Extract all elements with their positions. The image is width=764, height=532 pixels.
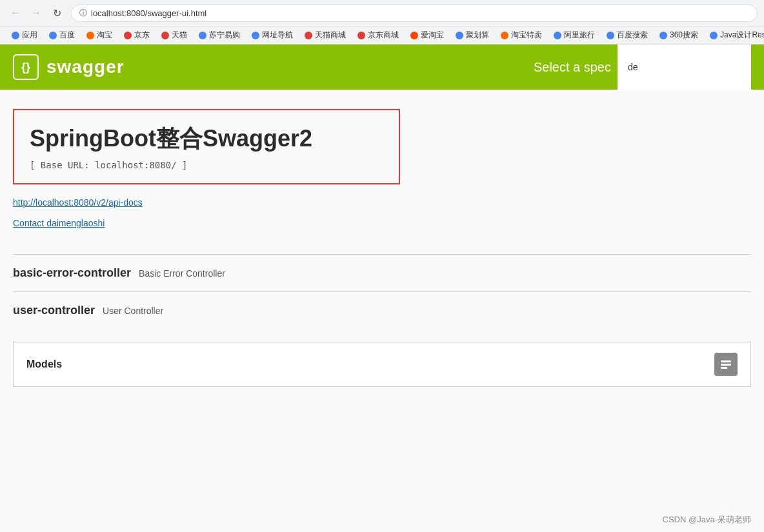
models-header: Models: [14, 342, 750, 386]
bookmark-icon: [12, 32, 19, 39]
controller-desc: User Controller: [103, 306, 163, 316]
api-info-box: SpringBoot整合Swagger2 [ Base URL: localho…: [13, 109, 400, 184]
api-base-url: [ Base URL: localhost:8080/ ]: [30, 160, 383, 170]
bookmark-label: 苏宁易购: [209, 30, 240, 41]
controller-header: basic-error-controller Basic Error Contr…: [13, 266, 751, 280]
lock-icon: ⓘ: [79, 8, 87, 19]
bookmark-jd[interactable]: 京东: [119, 28, 155, 42]
swagger-logo-text: swagger: [46, 57, 125, 77]
bookmark-label: 应用: [22, 30, 37, 41]
api-docs-link[interactable]: http://localhost:8080/v2/api-docs: [13, 197, 751, 208]
models-section: Models: [13, 342, 751, 387]
controller-section-basic: basic-error-controller Basic Error Contr…: [13, 254, 751, 291]
forward-button[interactable]: →: [27, 4, 45, 22]
main-content: SpringBoot整合Swagger2 [ Base URL: localho…: [0, 90, 764, 406]
bookmark-icon: [49, 32, 57, 39]
bookmark-aitaobao[interactable]: 爱淘宝: [405, 28, 449, 42]
swagger-header-right: Select a spec: [534, 44, 751, 90]
bookmark-icon: [161, 32, 169, 39]
swagger-logo-icon: {}: [13, 54, 39, 80]
bookmark-label: 360搜索: [670, 30, 698, 41]
nav-buttons: ← → ↻: [6, 4, 66, 22]
bookmark-apps[interactable]: 应用: [6, 28, 43, 42]
bookmark-label: 天猫商城: [315, 30, 346, 41]
contact-link[interactable]: Contact daimenglaoshi: [13, 218, 751, 228]
bookmark-icon: [86, 32, 94, 39]
controller-header: user-controller User Controller: [13, 304, 751, 317]
bookmark-juhua[interactable]: 聚划算: [450, 28, 494, 42]
bookmark-label: 淘宝: [97, 30, 112, 41]
bookmark-label: 淘宝特卖: [511, 30, 542, 41]
bookmark-label: 聚划算: [466, 30, 489, 41]
bookmark-icon: [305, 32, 312, 39]
bookmark-label: Java设计Restfu: [720, 30, 764, 41]
bookmark-icon: [710, 32, 718, 39]
bookmark-icon: [199, 32, 206, 39]
svg-rect-1: [721, 364, 731, 366]
controller-name: basic-error-controller: [13, 266, 131, 280]
controller-name: user-controller: [13, 304, 95, 317]
controller-desc: Basic Error Controller: [139, 268, 225, 279]
bookmark-icon: [607, 32, 614, 39]
url-text: localhost:8080/swagger-ui.html: [91, 8, 206, 18]
models-title: Models: [26, 359, 62, 370]
bookmark-tianmao-mall[interactable]: 天猫商城: [299, 28, 351, 42]
bookmark-temai[interactable]: 淘宝特卖: [496, 28, 547, 42]
bookmark-icon: [252, 32, 259, 39]
back-button[interactable]: ←: [6, 4, 25, 22]
logo-symbol: {}: [21, 61, 30, 74]
svg-rect-2: [721, 367, 727, 369]
bookmark-label: 爱淘宝: [421, 30, 444, 41]
select-spec-input[interactable]: [618, 44, 751, 90]
browser-toolbar: ← → ↻ ⓘ localhost:8080/swagger-ui.html: [0, 0, 764, 26]
bookmark-icon: [456, 32, 463, 39]
select-spec-label: Select a spec: [534, 60, 618, 75]
bookmark-baidu-search[interactable]: 百度搜索: [601, 28, 653, 42]
bookmark-taobao[interactable]: 淘宝: [81, 28, 117, 42]
bookmarks-bar: 应用 百度 淘宝 京东 天猫 苏宁易购 网址导航 天猫商城: [0, 26, 764, 44]
svg-rect-0: [721, 360, 731, 362]
bookmark-360[interactable]: 360搜索: [654, 28, 703, 42]
swagger-header: {} swagger Select a spec: [0, 44, 764, 90]
browser-chrome: ← → ↻ ⓘ localhost:8080/swagger-ui.html 应…: [0, 0, 764, 44]
bookmark-jd-mall[interactable]: 京东商城: [352, 28, 404, 42]
bookmark-icon: [410, 32, 418, 39]
controller-section-user: user-controller User Controller: [13, 291, 751, 329]
bookmark-label: 京东商城: [368, 30, 399, 41]
bookmark-icon: [124, 32, 132, 39]
address-bar[interactable]: ⓘ localhost:8080/swagger-ui.html: [71, 5, 758, 22]
refresh-button[interactable]: ↻: [48, 4, 66, 22]
page-footer: CSDN @Java-呆萌老师: [663, 514, 751, 526]
bookmark-ali-travel[interactable]: 阿里旅行: [548, 28, 600, 42]
bookmark-label: 网址导航: [262, 30, 293, 41]
api-title: SpringBoot整合Swagger2: [30, 123, 383, 155]
footer-text: CSDN @Java-呆萌老师: [663, 515, 751, 524]
bookmark-label: 百度: [59, 30, 75, 41]
bookmark-nav[interactable]: 网址导航: [246, 28, 298, 42]
bookmark-tianmao[interactable]: 天猫: [156, 28, 192, 42]
bookmark-label: 阿里旅行: [564, 30, 595, 41]
bookmark-icon: [554, 32, 561, 39]
bookmark-label: 百度搜索: [617, 30, 648, 41]
models-toggle-icon[interactable]: [714, 353, 738, 376]
bookmark-label: 京东: [134, 30, 150, 41]
bookmark-suning[interactable]: 苏宁易购: [194, 28, 245, 42]
bookmark-baidu[interactable]: 百度: [44, 28, 80, 42]
swagger-logo: {} swagger: [13, 54, 125, 80]
bookmark-java[interactable]: Java设计Restfu: [705, 28, 764, 42]
bookmark-icon: [659, 32, 667, 39]
bookmark-icon: [501, 32, 508, 39]
bookmark-label: 天猫: [172, 30, 187, 41]
bookmark-icon: [357, 32, 365, 39]
